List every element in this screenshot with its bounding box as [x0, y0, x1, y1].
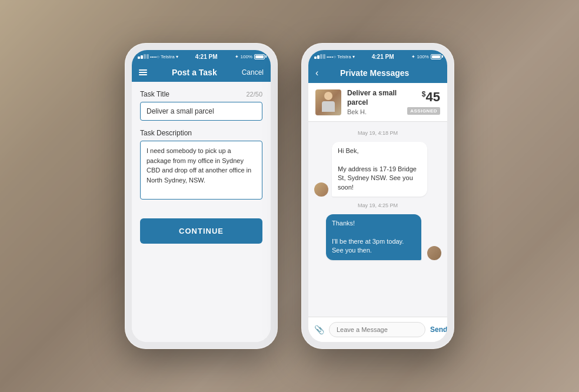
- hamburger-line-1: [139, 69, 147, 71]
- message-input[interactable]: [329, 322, 425, 337]
- signal-dot-1: [138, 57, 140, 59]
- phone-1-navbar: Post a Task Cancel: [132, 63, 271, 82]
- continue-button[interactable]: CONTINUE: [140, 218, 262, 244]
- task-title-group: Task Title 22/50 Deliver a small parcel: [140, 90, 262, 121]
- signal-dot-4: [147, 54, 149, 59]
- task-title-label-row: Task Title 22/50: [140, 90, 262, 98]
- phone-2-screen: ••••○ Telstra ▾ 4:21 PM ✦ 100% ‹ Private…: [308, 50, 447, 342]
- task-card-name: Deliver a small parcel: [347, 89, 401, 107]
- avatar-body: [322, 101, 335, 112]
- task-title-label: Task Title: [140, 90, 169, 98]
- phones-container: ••••○ Telstra ▾ 4:21 PM ✦ 100%: [0, 0, 579, 392]
- battery-fill: [255, 55, 264, 58]
- msg-date-1: May 19, 4:18 PM: [314, 130, 441, 136]
- avatar-head: [324, 92, 332, 100]
- msg-row-received: Hi Bek,My address is 17-19 Bridge St, Sy…: [314, 142, 441, 197]
- phone-1-status-right: ✦ 100%: [235, 54, 265, 59]
- cancel-button[interactable]: Cancel: [242, 68, 264, 77]
- task-avatar: [315, 89, 341, 115]
- signal-dot-2-3: [320, 54, 322, 59]
- assigned-badge: ASSIGNED: [407, 107, 440, 115]
- task-card[interactable]: Deliver a small parcel Bek H. $45 ASSIGN…: [308, 83, 447, 122]
- phone-1-status-bar: ••••○ Telstra ▾ 4:21 PM ✦ 100%: [132, 50, 271, 63]
- phone-2-time: 4:21 PM: [372, 54, 394, 60]
- msg-bubble-received: Hi Bek,My address is 17-19 Bridge St, Sy…: [332, 142, 427, 197]
- phone-2-carrier: ••••○ Telstra ▾: [314, 54, 355, 59]
- hamburger-line-3: [139, 74, 147, 75]
- phone-2-navbar: ‹ Private Messages: [308, 63, 447, 83]
- task-card-person: Bek H.: [347, 108, 401, 115]
- send-button[interactable]: Send: [430, 325, 447, 334]
- phone-2: ••••○ Telstra ▾ 4:21 PM ✦ 100% ‹ Private…: [301, 43, 454, 349]
- wifi-icon-2: ▾: [352, 54, 355, 59]
- task-info: Deliver a small parcel Bek H.: [347, 89, 401, 115]
- price-amount: 45: [426, 89, 440, 104]
- phone-1-battery-pct: 100%: [241, 54, 252, 59]
- phone-1-carrier: ••••○ Telstra ▾: [138, 54, 178, 59]
- carrier-name-2: ••••○ Telstra: [327, 54, 351, 59]
- signal-dot-3: [144, 54, 146, 59]
- phone-2-status-right: ✦ 100%: [411, 54, 441, 59]
- battery-icon-2: [431, 54, 441, 59]
- wifi-icon: ▾: [176, 54, 178, 59]
- bluetooth-icon-2: ✦: [411, 54, 415, 59]
- phone-1: ••••○ Telstra ▾ 4:21 PM ✦ 100%: [125, 43, 278, 349]
- msg-bubble-sent: Thanks!I'll be there at 3pm today. See y…: [326, 214, 421, 260]
- message-input-bar: 📎 Send: [308, 317, 447, 342]
- phone-1-nav-title: Post a Task: [172, 68, 217, 77]
- task-title-input[interactable]: Deliver a small parcel: [140, 102, 262, 121]
- phone-2-nav-title: Private Messages: [340, 68, 410, 78]
- msg-avatar-received: [314, 182, 328, 197]
- task-description-group: Task Description: [140, 129, 262, 202]
- task-title-count: 22/50: [246, 91, 262, 98]
- carrier-name: ••••○ Telstra: [150, 54, 175, 59]
- phone-2-status-bar: ••••○ Telstra ▾ 4:21 PM ✦ 100%: [308, 50, 447, 63]
- bluetooth-icon: ✦: [235, 54, 239, 59]
- task-description-textarea[interactable]: [140, 141, 262, 200]
- signal-dot-2-4: [323, 54, 325, 59]
- messages-area: May 19, 4:18 PM Hi Bek,My address is 17-…: [308, 122, 447, 317]
- paperclip-icon[interactable]: 📎: [314, 325, 324, 334]
- signal-dot-2-1: [314, 57, 317, 59]
- battery-fill-2: [432, 55, 440, 58]
- back-button[interactable]: ‹: [315, 68, 318, 78]
- task-description-label: Task Description: [140, 129, 192, 137]
- signal-dots-2: [314, 54, 325, 59]
- signal-dots: [138, 54, 149, 59]
- hamburger-icon[interactable]: [139, 69, 147, 75]
- battery-icon: [254, 54, 265, 59]
- msg-avatar-sent: [427, 246, 441, 260]
- task-price: $45: [407, 89, 440, 105]
- msg-date-2: May 19, 4:25 PM: [314, 202, 441, 208]
- task-price-area: $45 ASSIGNED: [407, 89, 440, 115]
- signal-dot-2: [141, 55, 143, 59]
- phone-1-content: Task Title 22/50 Deliver a small parcel …: [132, 82, 271, 342]
- phone-1-screen: ••••○ Telstra ▾ 4:21 PM ✦ 100%: [132, 50, 271, 342]
- hamburger-line-2: [139, 72, 147, 73]
- msg-row-sent: Thanks!I'll be there at 3pm today. See y…: [314, 214, 441, 260]
- phone-1-time: 4:21 PM: [195, 54, 218, 60]
- signal-dot-2-2: [317, 55, 320, 59]
- task-desc-label-row: Task Description: [140, 129, 262, 137]
- phone-2-battery-pct: 100%: [417, 54, 429, 59]
- price-symbol: $: [422, 90, 426, 98]
